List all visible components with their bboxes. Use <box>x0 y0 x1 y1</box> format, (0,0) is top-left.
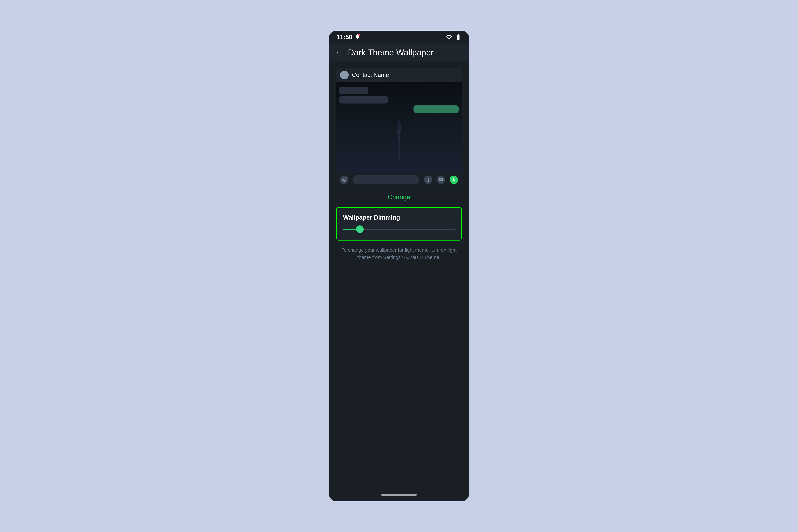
svg-rect-5 <box>399 141 399 142</box>
nav-bar: ← Dark Theme Wallpaper <box>329 43 469 61</box>
chat-preview: Contact Name <box>336 68 462 187</box>
emoji-button[interactable] <box>340 175 348 184</box>
message-row-incoming-2 <box>339 96 459 103</box>
message-row-incoming-1 <box>339 87 459 94</box>
nav-title: Dark Theme Wallpaper <box>348 48 434 57</box>
message-bubble <box>414 106 459 113</box>
contact-name: Contact Name <box>352 72 389 78</box>
dimming-title: Wallpaper Dimming <box>343 214 455 221</box>
status-icons <box>446 34 461 40</box>
slider-thumb[interactable] <box>356 225 364 233</box>
status-bar-left: 11:50 <box>337 34 360 41</box>
message-row-outgoing <box>339 106 459 113</box>
chat-header: Contact Name <box>336 68 462 82</box>
home-indicator <box>329 489 469 501</box>
wifi-icon <box>446 34 452 40</box>
mic-button[interactable] <box>450 175 458 184</box>
dimming-section: Wallpaper Dimming <box>336 207 462 241</box>
chat-input-bar <box>336 172 462 187</box>
tower-svg <box>391 118 407 159</box>
wallpaper-silhouette <box>391 118 407 159</box>
slider-track[interactable] <box>343 229 455 230</box>
svg-rect-3 <box>399 136 399 137</box>
chat-body <box>336 82 462 172</box>
message-bubble <box>339 87 368 94</box>
status-bar: 11:50 <box>329 31 469 43</box>
message-bubble <box>339 96 388 103</box>
main-content: Contact Name <box>329 61 469 489</box>
phone-frame: 11:50 ← Dark Theme Wallpaper <box>329 31 469 501</box>
dimming-slider-container <box>343 225 455 233</box>
attach-button[interactable] <box>424 175 432 184</box>
status-time: 11:50 <box>337 34 352 41</box>
change-button[interactable]: Change <box>388 193 410 201</box>
svg-rect-1 <box>399 131 399 132</box>
avatar <box>340 71 349 79</box>
chat-input-field[interactable] <box>353 175 419 184</box>
camera-button[interactable] <box>437 175 445 184</box>
battery-icon <box>455 34 461 40</box>
svg-rect-4 <box>399 138 399 139</box>
home-bar <box>381 494 417 496</box>
footer-note: To change your wallpaper for light theme… <box>335 246 463 261</box>
back-button[interactable]: ← <box>335 48 343 57</box>
notification-icon <box>355 34 360 41</box>
svg-rect-2 <box>399 133 399 134</box>
svg-point-0 <box>358 34 360 36</box>
